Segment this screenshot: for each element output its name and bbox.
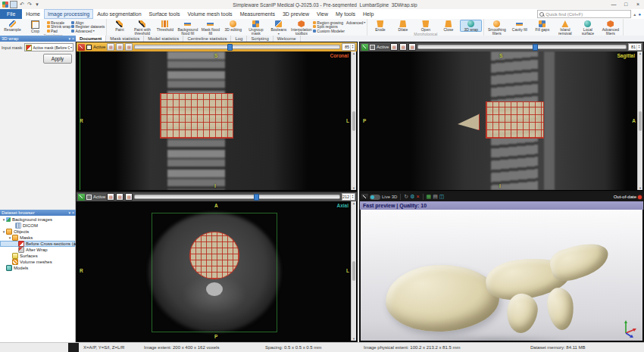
redo-icon[interactable]: ↷ (27, 2, 33, 8)
active-checkbox[interactable] (86, 195, 92, 200)
scroll-thumb[interactable] (352, 261, 355, 281)
tab-welcome[interactable]: Welcome (274, 36, 301, 42)
booleans-button[interactable]: Booleans▾ (267, 20, 289, 36)
scroll-up-icon[interactable]: ▲ (639, 51, 642, 55)
cancel-render-icon[interactable]: × (417, 194, 420, 200)
overlay-button[interactable]: ▨ (125, 193, 133, 201)
custom-modeler-button[interactable]: Custom Modeler (313, 29, 365, 33)
mask-visibility-button[interactable]: ▨ (390, 43, 398, 51)
threshold-button[interactable]: Threshold (154, 20, 176, 36)
tree-item-before-cross-sections[interactable]: Before Cross-sections (active) (0, 241, 75, 247)
panel-close-icon[interactable]: × (72, 36, 74, 41)
active-checkbox[interactable] (86, 45, 92, 50)
slice-spinner[interactable]: 85▲▼ (342, 43, 355, 51)
maximize-view-icon[interactable] (361, 44, 368, 51)
minimize-button[interactable]: — (608, 0, 620, 9)
tree-item-models[interactable]: Models (0, 265, 75, 271)
tab-mask-statistics[interactable]: Mask statistics (106, 36, 144, 42)
3d-render-area[interactable] (361, 210, 642, 341)
tab-file[interactable]: File (0, 9, 22, 19)
clip-tool-icon[interactable]: ◫ (439, 194, 445, 200)
tree-item-objects[interactable]: ▾Objects (0, 229, 75, 235)
interpolation-toolbox-button[interactable]: Interpolation toolbox (290, 20, 312, 36)
apply-button[interactable]: Apply (43, 54, 72, 64)
mask-visibility-button[interactable]: ▨ (107, 43, 114, 51)
paint-with-threshold-button[interactable]: Paint with threshold (131, 20, 153, 36)
tab-help[interactable]: Help (359, 9, 377, 19)
crosshair-button[interactable]: ▨ (116, 193, 123, 201)
paint-button[interactable]: Paint (108, 20, 130, 36)
tab-image-processing[interactable]: Image processing (44, 9, 93, 19)
coronal-image[interactable]: S I R L Coronal (77, 51, 352, 190)
tab-volume-mesh-tools[interactable]: Volume mesh tools (183, 9, 236, 19)
slice-slider[interactable] (134, 195, 340, 199)
tree-item-dicom[interactable]: DICOM (0, 223, 75, 229)
tree-item-after-wrap[interactable]: After Wrap (0, 247, 75, 253)
spin-down-icon[interactable]: ▼ (351, 47, 355, 50)
scrollbar[interactable]: ▲▼ (351, 201, 356, 341)
ungroup-mask-button[interactable]: Ungroup mask (245, 20, 267, 36)
mask-flood-fill-button[interactable]: Mask flood fill (199, 20, 221, 36)
spin-down-icon[interactable]: ▼ (351, 197, 355, 200)
render-settings-icon[interactable]: ⚙ (410, 194, 414, 200)
crosshair-button[interactable]: ▨ (116, 43, 123, 51)
scroll-down-icon[interactable]: ▼ (352, 186, 355, 190)
panel-menu-icon[interactable]: ▾ (69, 210, 71, 215)
resample-button[interactable]: Resample (2, 20, 23, 33)
mask-visibility-button[interactable]: ▨ (107, 193, 114, 201)
crop-button[interactable]: Crop (24, 20, 46, 33)
scroll-down-icon[interactable]: ▼ (639, 186, 642, 190)
tab-document[interactable]: Document (76, 36, 106, 42)
tree-item-volume-meshes[interactable]: Volume meshes (0, 259, 75, 265)
slider-handle[interactable] (227, 44, 233, 51)
slice-slider[interactable] (134, 45, 340, 49)
tree-item-background-images[interactable]: ▾Background images (0, 216, 75, 223)
active-checkbox[interactable] (370, 45, 375, 50)
dilate-button[interactable]: Dilate (392, 20, 414, 32)
3d-wrap-button[interactable]: 3D wrap (460, 20, 482, 32)
panel-close-icon[interactable]: × (72, 210, 74, 215)
maximize-view-icon[interactable] (78, 44, 85, 51)
customize-quick-access-icon[interactable]: ▾ (34, 2, 40, 8)
tab-view[interactable]: View (313, 9, 332, 19)
transforms-advanced-button[interactable]: Advanced▾ (71, 29, 105, 33)
tab-centreline-statistics[interactable]: Centreline statistics (183, 36, 231, 42)
tree-item-masks[interactable]: ▾Masks (0, 235, 75, 241)
tab-home[interactable]: Home (22, 9, 44, 19)
slice-spinner[interactable]: 81▲▼ (628, 43, 642, 51)
input-mask-select[interactable]: Active mask (Before Cross-sectio... ▾ (24, 43, 73, 51)
scrollbar[interactable]: ▲▼ (351, 51, 356, 190)
close-morph-button[interactable]: Close (437, 20, 459, 32)
slider-handle[interactable] (254, 194, 259, 201)
close-button[interactable]: × (632, 0, 644, 9)
panel-menu-icon[interactable]: ▾ (69, 36, 71, 41)
scroll-thumb[interactable] (352, 111, 355, 131)
scroll-up-icon[interactable]: ▲ (352, 201, 355, 205)
collapse-ribbon-icon[interactable]: ▴ (633, 11, 636, 17)
maximize-view-icon[interactable] (361, 194, 368, 201)
live-3d-toggle[interactable] (370, 195, 380, 200)
tab-log[interactable]: Log (231, 36, 247, 42)
3d-editing-button[interactable]: 3D editing (222, 20, 244, 36)
tab-model-statistics[interactable]: Model statistics (144, 36, 183, 42)
tab-scripting[interactable]: Scripting (247, 36, 273, 42)
refresh-3d-icon[interactable]: ↻ (404, 194, 408, 200)
screenshot-icon[interactable]: ▦ (427, 194, 432, 200)
erode-button[interactable]: Erode (369, 20, 391, 32)
slice-spinner[interactable]: 212▲▼ (342, 193, 355, 201)
spin-down-icon[interactable]: ▼ (637, 47, 641, 50)
maximize-button[interactable]: □ (620, 0, 632, 9)
axial-image[interactable]: A P R L Axial (77, 201, 352, 341)
sagittal-image[interactable]: S I P A Sagittal (361, 51, 638, 190)
slider-handle[interactable] (533, 44, 538, 51)
maximize-view-icon[interactable] (78, 194, 85, 201)
scroll-down-icon[interactable]: ▼ (352, 337, 355, 341)
overlay-button[interactable]: ▨ (408, 43, 416, 51)
pad-button[interactable]: Pad (47, 29, 70, 33)
tree-item-surfaces[interactable]: Surfaces (0, 253, 75, 259)
vertebra-model[interactable] (380, 229, 622, 341)
save-icon[interactable] (10, 1, 17, 8)
crosshair-button[interactable]: ▨ (399, 43, 407, 51)
undo-icon[interactable]: ↶ (19, 2, 25, 8)
open-button[interactable]: Open (414, 20, 436, 32)
